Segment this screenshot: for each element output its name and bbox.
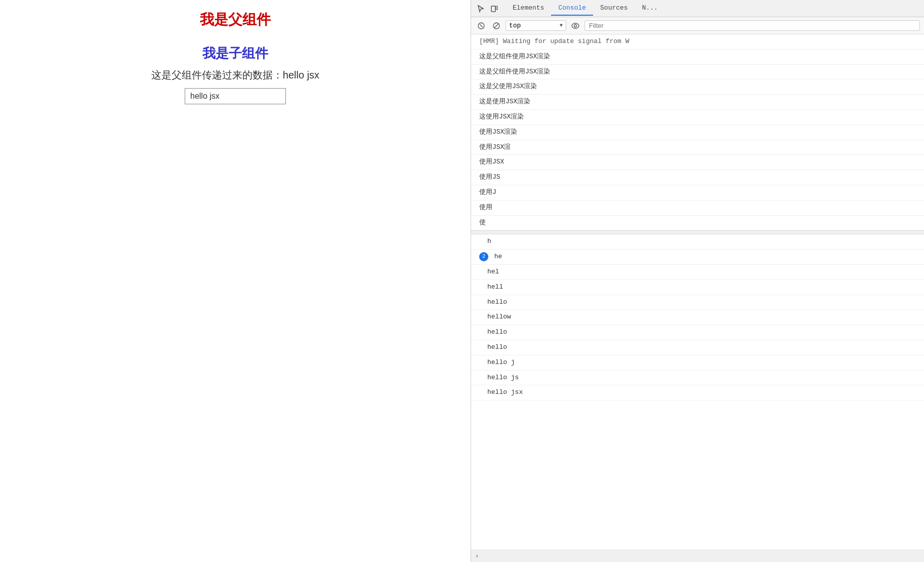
- console-line: 使用JS: [471, 170, 924, 185]
- svg-point-7: [574, 24, 577, 27]
- context-selector[interactable]: top ▼: [506, 20, 566, 31]
- console-output: [HMR] Waiting for update signal from W 这…: [471, 34, 924, 550]
- console-line-h: h: [471, 234, 924, 250]
- console-line: 这是父使用JSX渲染: [471, 79, 924, 95]
- chevron-down-icon: ▼: [560, 23, 563, 28]
- svg-rect-1: [496, 6, 497, 10]
- expand-icon: ›: [475, 553, 479, 560]
- svg-point-6: [572, 23, 579, 28]
- console-line-hello2: hello: [471, 325, 924, 340]
- svg-line-5: [494, 24, 498, 28]
- console-line-hello-j: hello j: [471, 355, 924, 371]
- console-line: 使用J: [471, 185, 924, 200]
- context-label: top: [509, 22, 521, 29]
- hello-jsx-input[interactable]: [185, 88, 286, 104]
- console-line-hellow: hellow: [471, 310, 924, 325]
- child-title: 我是子组件: [202, 45, 268, 62]
- inspect-icon[interactable]: [473, 2, 487, 16]
- filter-input[interactable]: [584, 20, 920, 31]
- tab-network[interactable]: N...: [635, 1, 665, 16]
- console-line: 这是父组件使用JSX渲染: [471, 50, 924, 65]
- console-line: 使用JSX渲染: [471, 125, 924, 140]
- console-line-hello: hello: [471, 295, 924, 310]
- devtools-tabs: Elements Console Sources N...: [471, 0, 924, 17]
- console-line: 使用JSX渲: [471, 140, 924, 155]
- console-line: 使: [471, 216, 924, 231]
- console-line: 使用: [471, 200, 924, 216]
- app-panel: 我是父组件 我是子组件 这是父组件传递过来的数据：hello jsx: [0, 0, 471, 562]
- block-icon[interactable]: [490, 20, 502, 32]
- clear-console-button[interactable]: [475, 20, 487, 32]
- console-line-hello3: hello: [471, 340, 924, 355]
- tab-sources[interactable]: Sources: [593, 1, 635, 16]
- console-line-hello-jsx: hello jsx: [471, 385, 924, 400]
- console-line-hmr: [HMR] Waiting for update signal from W: [471, 34, 924, 50]
- expand-button[interactable]: ›: [475, 553, 479, 560]
- console-line: 这使用JSX渲染: [471, 110, 924, 125]
- data-text: 这是父组件传递过来的数据：hello jsx: [151, 68, 319, 82]
- eye-icon[interactable]: [569, 20, 581, 32]
- console-line: 这是使用JSX渲染: [471, 95, 924, 110]
- parent-title: 我是父组件: [200, 10, 271, 29]
- devtools-tab-icons: [473, 2, 501, 16]
- console-line-hell: hell: [471, 280, 924, 295]
- device-icon[interactable]: [487, 2, 501, 16]
- svg-line-3: [480, 24, 483, 27]
- badge-2-icon: 2: [479, 252, 488, 261]
- console-line-he: 2 he: [471, 250, 924, 265]
- devtools-panel: Elements Console Sources N... top ▼: [471, 0, 924, 562]
- console-bottom-bar: ›: [471, 550, 924, 562]
- console-line-hel: hel: [471, 265, 924, 280]
- tab-elements[interactable]: Elements: [506, 1, 551, 16]
- console-line: 这是父组件使用JSX渲染: [471, 65, 924, 80]
- svg-rect-0: [491, 6, 495, 12]
- console-line: 使用JSX: [471, 155, 924, 170]
- console-divider: [471, 230, 924, 234]
- console-line-hello-js: hello js: [471, 371, 924, 386]
- tab-console[interactable]: Console: [551, 1, 593, 16]
- console-toolbar: top ▼: [471, 17, 924, 34]
